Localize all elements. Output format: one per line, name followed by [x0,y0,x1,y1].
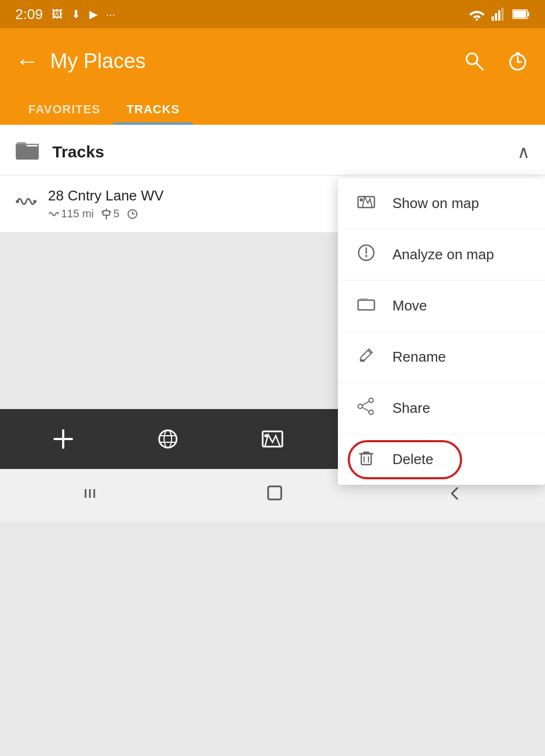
move-label: Move [392,297,427,314]
svg-rect-4 [501,8,504,21]
header-left: ← My Places [15,49,146,73]
svg-line-34 [362,407,369,411]
context-menu: Show on map Analyze on map [338,178,545,485]
delete-label: Delete [392,451,433,468]
menu-item-move[interactable]: Move [338,281,545,332]
track-time-icon [127,209,138,220]
download-icon: ⬇ [71,8,81,21]
menu-item-delete[interactable]: Delete [338,434,545,485]
delete-icon [355,448,377,471]
svg-point-16 [33,200,37,203]
nav-home-button[interactable] [266,484,283,506]
rename-label: Rename [392,349,446,365]
gallery-icon: 🖼 [52,8,63,21]
svg-point-26 [365,255,367,257]
tab-tracks[interactable]: TRACKS [113,94,193,123]
add-button[interactable] [44,420,82,458]
globe-button[interactable] [149,420,187,458]
show-on-map-label: Show on map [392,195,479,212]
svg-rect-7 [513,11,526,18]
tab-favorites[interactable]: FAVORITES [15,94,113,123]
svg-rect-27 [358,300,374,310]
svg-point-0 [476,19,478,21]
timer-icon[interactable] [506,49,530,73]
track-waypoints: 5 [101,208,119,220]
back-button[interactable]: ← [15,49,39,73]
svg-rect-6 [528,12,529,16]
wifi-icon [469,8,485,21]
tabs-bar: FAVORITES TRACKS [0,94,545,125]
move-icon [355,295,377,317]
svg-rect-2 [495,13,497,21]
share-icon [355,397,377,419]
svg-rect-35 [361,454,371,465]
menu-item-rename[interactable]: Rename [338,332,545,383]
svg-line-9 [476,63,483,70]
analyze-on-map-label: Analyze on map [392,246,494,263]
svg-point-31 [358,404,362,409]
folder-icon [15,141,39,161]
svg-rect-17 [103,211,110,215]
menu-item-share[interactable]: Share [338,383,545,434]
menu-item-analyze-on-map[interactable]: Analyze on map [338,229,545,281]
tracks-section-title: Tracks [52,143,517,161]
svg-point-32 [369,410,373,414]
map-button[interactable] [253,420,292,458]
nav-back-button[interactable] [447,485,463,505]
tracks-section-header: Tracks ∧ [0,129,545,175]
main-content: Tracks ∧ 28 Cntry Lane WV 115 mi [0,129,545,521]
svg-rect-13 [516,52,520,54]
track-wavy-icon [15,192,37,216]
divider [0,125,545,129]
svg-rect-1 [492,16,494,21]
header-right [462,49,530,73]
svg-rect-55 [268,486,281,499]
status-time: 2:09 [15,6,43,23]
youtube-icon: ▶ [89,8,98,21]
svg-line-33 [362,401,369,405]
analyze-on-map-icon [355,243,377,266]
rename-icon [355,346,377,368]
svg-point-23 [360,198,363,202]
status-bar-right [469,8,530,21]
signal-icon [492,8,506,21]
folder-icon-wrap [15,141,39,163]
svg-point-46 [264,434,268,437]
battery-icon [512,9,530,20]
track-distance: 115 mi [48,208,94,220]
collapse-button[interactable]: ∧ [517,142,530,162]
svg-point-15 [16,200,19,203]
svg-point-42 [164,430,172,448]
svg-rect-3 [498,10,500,21]
show-on-map-icon [355,192,377,215]
search-icon[interactable] [462,49,486,73]
header-title: My Places [50,50,146,73]
share-label: Share [392,400,430,417]
nav-recents-button[interactable] [82,485,102,505]
menu-item-show-on-map[interactable]: Show on map [338,178,545,229]
app-header: ← My Places [0,28,545,94]
status-bar: 2:09 🖼 ⬇ ▶ ··· [0,0,545,28]
svg-point-30 [369,398,373,403]
svg-point-41 [159,430,177,448]
svg-rect-14 [15,145,39,160]
more-icon: ··· [106,8,116,21]
status-bar-left: 2:09 🖼 ⬇ ▶ ··· [15,6,115,23]
